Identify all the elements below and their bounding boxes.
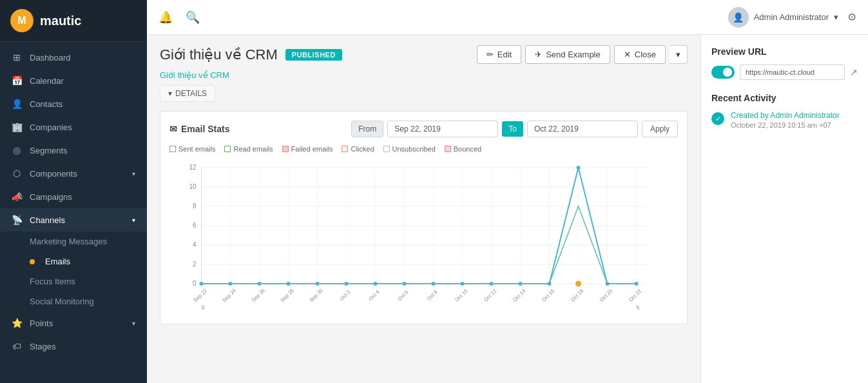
components-icon: ⬡ (12, 168, 22, 179)
admin-dropdown-arrow[interactable]: ▾ (834, 12, 838, 22)
sidebar-item-dashboard[interactable]: ⊞ Dashboard (0, 46, 147, 69)
legend-read: Read emails (224, 145, 273, 153)
topbar-left: 🔔 🔍 (159, 10, 200, 25)
close-label: Close (635, 50, 656, 59)
segments-icon: ◎ (12, 145, 22, 155)
logo-icon: M (10, 9, 34, 32)
details-toggle[interactable]: ▾ DETAILS (160, 85, 215, 102)
url-toggle[interactable] (711, 66, 735, 79)
points-icon: ⭐ (12, 318, 22, 328)
svg-point-45 (635, 282, 639, 286)
channels-arrow: ▾ (132, 217, 135, 224)
preview-url-row: https://mautic-ct.cloud ↗ (711, 64, 858, 80)
sidebar-item-social-monitoring[interactable]: Social Monitoring (0, 291, 147, 311)
page-area: Giới thiệu về CRM PUBLISHED ✏ Edit ✈ Sen… (147, 35, 868, 383)
stages-icon: 🏷 (12, 341, 22, 351)
legend-sent: Sent emails (169, 145, 215, 153)
activity-item: ✓ Created by Admin Administrator October… (711, 111, 858, 129)
svg-text:10: 10 (189, 183, 197, 190)
svg-point-37 (403, 282, 407, 286)
search-icon[interactable]: 🔍 (186, 10, 200, 25)
svg-point-36 (374, 282, 378, 286)
svg-point-40 (490, 282, 494, 286)
sidebar-item-focus-items[interactable]: Focus Items (0, 271, 147, 291)
main-area: 🔔 🔍 👤 Admin Administrator ▾ ⚙ Giới thiệu… (147, 0, 868, 383)
sidebar-item-campaigns[interactable]: 📣 Campaigns (0, 185, 147, 208)
sidebar-item-emails[interactable]: Emails (0, 251, 147, 271)
apply-button[interactable]: Apply (642, 121, 678, 137)
details-arrow: ▾ (168, 89, 172, 98)
legend-read-label: Read emails (233, 145, 273, 153)
legend-clicked-label: Clicked (351, 145, 374, 153)
dashboard-icon: ⊞ (12, 52, 22, 63)
sidebar-item-components[interactable]: ⬡ Components ▾ (0, 162, 147, 185)
sidebar-item-stages[interactable]: 🏷 Stages (0, 335, 147, 358)
logo-text: mautic (40, 14, 81, 28)
sidebar-item-label: Segments (30, 146, 68, 155)
sidebar-item-label: Channels (30, 215, 65, 225)
sidebar-item-segments[interactable]: ◎ Segments (0, 139, 147, 162)
sidebar-item-marketing-messages[interactable]: Marketing Messages (0, 231, 147, 251)
admin-info: 👤 Admin Administrator ▾ (728, 7, 838, 28)
edit-button[interactable]: ✏ Edit (477, 45, 521, 64)
svg-point-39 (461, 282, 465, 286)
activity-text[interactable]: Created by Admin Administrator (731, 111, 840, 120)
emails-dot (30, 259, 35, 264)
contacts-icon: 👤 (12, 99, 22, 109)
components-arrow: ▾ (132, 170, 135, 177)
page-actions: ✏ Edit ✈ Send Example ✕ Close ▾ (477, 45, 688, 64)
activity-check-icon: ✓ (711, 112, 724, 125)
sidebar-item-channels[interactable]: 📡 Channels ▾ (0, 208, 147, 231)
svg-point-31 (229, 282, 233, 286)
svg-text:Oct 8: Oct 8 (426, 289, 439, 302)
to-date-input[interactable] (527, 121, 638, 137)
legend-sent-label: Sent emails (178, 145, 215, 153)
svg-text:Sep 30: Sep 30 (309, 288, 325, 304)
sidebar-item-label: Stages (30, 342, 55, 351)
close-button[interactable]: ✕ Close (614, 45, 666, 64)
sidebar-item-contacts[interactable]: 👤 Contacts (0, 92, 147, 115)
svg-text:Sep 28: Sep 28 (280, 288, 296, 304)
svg-text:12: 12 (189, 164, 197, 171)
legend-unsub: Unsubscribed (383, 145, 436, 153)
legend-read-box (224, 146, 231, 152)
svg-text:2: 2 (193, 260, 197, 268)
chart-svg: 12 10 8 6 4 2 0 (169, 158, 678, 313)
focus-items-label: Focus Items (30, 277, 75, 286)
points-arrow: ▾ (132, 320, 135, 327)
sidebar: M mautic ⊞ Dashboard 📅 Calendar 👤 Contac… (0, 0, 147, 383)
from-date-input[interactable] (387, 121, 498, 137)
to-label: To (502, 121, 523, 137)
preview-url-section: Preview URL https://mautic-ct.cloud ↗ (711, 46, 858, 80)
svg-text:Oct 4: Oct 4 (368, 289, 381, 302)
social-monitoring-label: Social Monitoring (30, 297, 94, 306)
email-icon: ✉ (169, 124, 177, 134)
edit-icon: ✏ (487, 50, 494, 59)
sidebar-item-calendar[interactable]: 📅 Calendar (0, 69, 147, 92)
svg-text:Oct 6: Oct 6 (397, 289, 410, 302)
legend-failed: Failed emails (282, 145, 333, 153)
more-actions-button[interactable]: ▾ (670, 45, 688, 64)
sidebar-item-companies[interactable]: 🏢 Companies (0, 115, 147, 139)
svg-text:Oct 20: Oct 20 (599, 288, 613, 302)
svg-point-46 (575, 280, 582, 287)
sidebar-item-points[interactable]: ⭐ Points ▾ (0, 311, 147, 335)
marketing-messages-label: Marketing Messages (30, 237, 107, 246)
legend-failed-label: Failed emails (291, 145, 333, 153)
gear-icon[interactable]: ⚙ (847, 11, 856, 23)
sidebar-item-label: Campaigns (30, 192, 72, 202)
legend-bounced-label: Bounced (454, 145, 481, 153)
send-example-button[interactable]: ✈ Send Example (525, 45, 610, 64)
bell-icon[interactable]: 🔔 (159, 10, 173, 25)
external-link-icon[interactable]: ↗ (850, 67, 858, 77)
recent-activity-title: Recent Activity (711, 93, 858, 103)
recent-activity-section: Recent Activity ✓ Created by Admin Admin… (711, 93, 858, 129)
svg-text:0: 0 (202, 304, 205, 311)
activity-time: October 22, 2019 10:15 am +07 (731, 121, 840, 129)
stats-title: ✉ Email Stats (169, 124, 229, 134)
breadcrumb[interactable]: Giới thiệu về CRM (160, 70, 688, 80)
legend-unsub-box (383, 146, 390, 152)
svg-text:Sep 24: Sep 24 (222, 288, 238, 304)
send-example-label: Send Example (546, 50, 601, 59)
sidebar-item-label: Points (30, 319, 53, 328)
